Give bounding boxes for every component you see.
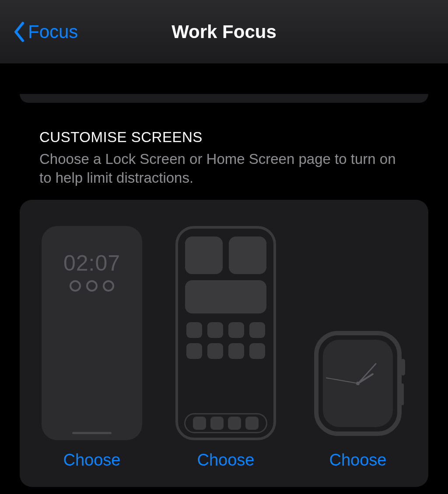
choose-home-screen-button[interactable]: Choose: [197, 451, 255, 470]
watch-case-icon: [314, 331, 402, 436]
lock-screen-option: 02:07 Choose: [42, 226, 142, 470]
watch-crown-icon: [401, 359, 405, 376]
chevron-left-icon: [13, 21, 25, 42]
choose-watch-button[interactable]: Choose: [329, 451, 387, 470]
section-subtitle: Choose a Lock Screen or Home Screen page…: [39, 150, 409, 188]
choose-lock-screen-button[interactable]: Choose: [63, 451, 121, 470]
lock-screen-preview[interactable]: 02:07: [42, 226, 142, 440]
navigation-bar: Focus Work Focus: [0, 0, 448, 63]
lock-screen-time: 02:07: [63, 250, 120, 276]
watch-side-button-icon: [401, 383, 404, 405]
widget-row-icon: [185, 237, 266, 274]
watch-face-icon: [323, 340, 393, 427]
home-screen-preview[interactable]: [175, 226, 276, 440]
previous-card-edge: [20, 94, 428, 103]
home-indicator-icon: [72, 432, 112, 434]
app-grid-icon: [186, 322, 265, 359]
page-title: Work Focus: [172, 21, 276, 42]
section-header: CUSTOMISE SCREENS Choose a Lock Screen o…: [20, 129, 428, 188]
back-label: Focus: [28, 21, 78, 42]
dock-icon: [184, 413, 267, 433]
back-button[interactable]: Focus: [13, 21, 78, 42]
customise-screens-card: 02:07 Choose: [20, 200, 428, 487]
home-screen-option: Choose: [175, 226, 276, 470]
section-title: CUSTOMISE SCREENS: [39, 129, 409, 146]
watch-option: Choose: [309, 327, 406, 470]
lock-screen-widgets-icon: [70, 280, 114, 292]
content-area: CUSTOMISE SCREENS Choose a Lock Screen o…: [0, 63, 448, 487]
watch-preview[interactable]: [309, 327, 406, 440]
widget-wide-icon: [185, 280, 266, 313]
